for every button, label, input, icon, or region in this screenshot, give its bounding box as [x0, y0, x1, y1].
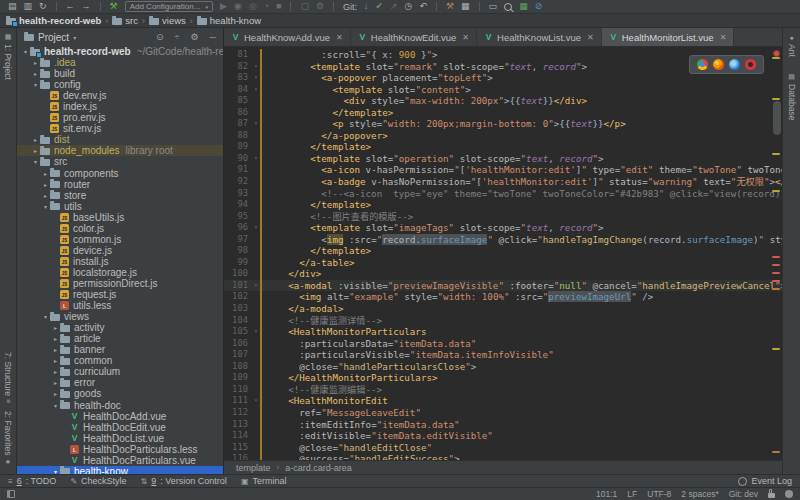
expand-arrow-icon[interactable]: ▾ [31, 158, 40, 165]
status-line-separator[interactable]: LF [627, 489, 637, 499]
tab-HealthKnowAdd.vue[interactable]: VHealthKnowAdd.vue✕ [224, 28, 351, 46]
stripe-mark[interactable] [772, 190, 780, 192]
status-encoding[interactable]: UTF-8 [647, 489, 671, 499]
tree-item-.idea[interactable]: ▸.idea [17, 57, 223, 68]
code-line-86[interactable]: 86 </template> [224, 107, 782, 119]
tree-item-HealthDocEdit.vue[interactable]: VHealthDocEdit.vue [17, 422, 223, 433]
tree-item-utils[interactable]: ▾utils [17, 201, 223, 212]
project-panel-title[interactable]: Project [38, 32, 69, 43]
wrench-button[interactable]: ⚒ [446, 2, 454, 11]
code-line-92[interactable]: 92 <a-badge v-hasNoPermission="['healthM… [224, 176, 782, 188]
chrome-browser-icon[interactable] [697, 59, 708, 70]
breadcrumb-item-health-record-web[interactable]: health-record-web [6, 15, 101, 26]
stripe-button----project[interactable]: ▦1: Project [3, 33, 13, 80]
code-line-87[interactable]: 87▾ <p style="width: 200px;margin-bottom… [224, 118, 782, 130]
stripe-button-ant[interactable]: ●Ant [787, 34, 797, 57]
monitor-button[interactable]: ▭ [489, 2, 498, 11]
diff-button[interactable]: ▢ [300, 2, 309, 11]
tree-item-HealthDocList.vue[interactable]: VHealthDocList.vue [17, 433, 223, 444]
tree-item-error[interactable]: ▸error [17, 377, 223, 388]
settings-button[interactable]: ⚙ [191, 32, 199, 42]
back-button[interactable]: ← [66, 2, 75, 11]
tree-item-pro.env.js[interactable]: JSpro.env.js [17, 112, 223, 123]
editor-scrollbar-thumb[interactable] [773, 101, 781, 135]
tree-item-HealthDocParticulars.less[interactable]: LHealthDocParticulars.less [17, 444, 223, 455]
fold-marker-icon[interactable]: ▾ [252, 153, 260, 165]
stripe-button----structure[interactable]: 7: Structure≡ [3, 352, 13, 403]
tree-item-components[interactable]: ▸components [17, 168, 223, 179]
opera-browser-icon[interactable] [745, 59, 756, 70]
tree-item-dist[interactable]: ▸dist [17, 134, 223, 145]
expand-arrow-icon[interactable]: ▸ [31, 70, 40, 77]
stripe-mark[interactable] [772, 256, 780, 258]
tree-item-views[interactable]: ▾views [17, 311, 223, 322]
tree-item-article[interactable]: ▸article [17, 333, 223, 344]
code-line-101[interactable]: 101▾ <a-modal :visible="previewImageVisi… [224, 280, 782, 292]
code-line-116[interactable]: 116 @success="handleEditSuccess"> [224, 453, 782, 460]
tree-item-dev.env.js[interactable]: JSdev.env.js [17, 90, 223, 101]
code-line-100[interactable]: 100 </div> [224, 268, 782, 280]
code-line-112[interactable]: 112 ref="MessageLeaveEdit" [224, 407, 782, 419]
expand-arrow-icon[interactable]: ▸ [51, 324, 60, 331]
fold-marker-icon[interactable]: ▾ [252, 61, 260, 73]
tree-item-router[interactable]: ▸router [17, 179, 223, 190]
expand-arrow-icon[interactable]: ▸ [41, 181, 50, 188]
profiler-button[interactable]: ◔ [264, 2, 269, 11]
stripe-button-database[interactable]: ▤Database [787, 73, 797, 120]
stripe-button----favorites[interactable]: 2: Favorites★ [3, 411, 13, 466]
power-save-button[interactable]: ⊘ [535, 2, 543, 11]
code-line-105[interactable]: 105▾ <HealthMonitorParticulars [224, 326, 782, 338]
status-git-branch[interactable]: Git: dev [729, 489, 758, 499]
expand-arrow-icon[interactable]: ▸ [51, 390, 60, 397]
expand-arrow-icon[interactable]: ▸ [51, 346, 60, 353]
lock-icon[interactable] [768, 493, 775, 498]
status-indent[interactable]: 2 spaces* [681, 489, 718, 499]
tree-item-src[interactable]: ▾src [17, 156, 223, 167]
code-line-99[interactable]: 99 </a-table> [224, 257, 782, 269]
expand-arrow-icon[interactable]: ▸ [41, 192, 50, 199]
tree-item-activity[interactable]: ▸activity [17, 322, 223, 333]
tree-item-color.js[interactable]: JScolor.js [17, 223, 223, 234]
code-line-107[interactable]: 107 :particularsVisible="itemData.itemIn… [224, 349, 782, 361]
fold-marker-icon[interactable]: ▾ [252, 280, 260, 292]
tree-item-store[interactable]: ▸store [17, 190, 223, 201]
tree-item-install.js[interactable]: JSinstall.js [17, 256, 223, 267]
stripe-mark[interactable] [772, 280, 780, 282]
tree-item-build[interactable]: ▸build [17, 68, 223, 79]
tree-item-sit.env.js[interactable]: JSsit.env.js [17, 123, 223, 134]
preferences-button[interactable]: ⚙ [316, 2, 324, 11]
toolwindow-todo-button[interactable]: ≡6: TODO [8, 476, 56, 486]
stripe-mark[interactable] [772, 153, 780, 155]
code-line-109[interactable]: 109 </HealthMonitorParticulars> [224, 372, 782, 384]
git-commit-button[interactable]: ✔ [376, 2, 384, 11]
code-line-110[interactable]: 110 <!--健康监测编辑--> [224, 384, 782, 396]
tree-item-health-doc[interactable]: ▾health-doc [17, 400, 223, 411]
synchronize-button[interactable]: ↻ [39, 2, 47, 11]
edge-browser-icon[interactable] [729, 59, 740, 70]
rollback-button[interactable]: ↶ [419, 2, 427, 11]
tree-item-health-record-web[interactable]: ▾health-record-web~/GitCode/health-recor… [17, 46, 223, 57]
expand-arrow-icon[interactable]: ▸ [31, 59, 40, 66]
expand-arrow-icon[interactable]: ▸ [51, 357, 60, 364]
code-line-88[interactable]: 88 </a-popover> [224, 130, 782, 142]
forward-button[interactable]: → [82, 2, 91, 11]
toolwindow-toggle-icon[interactable] [7, 490, 15, 498]
stripe-mark[interactable] [772, 98, 780, 100]
fold-marker-icon[interactable]: ▾ [252, 118, 260, 130]
chevron-down-icon[interactable]: ▾ [73, 34, 76, 41]
close-icon[interactable]: ✕ [720, 33, 727, 42]
tree-item-health-know[interactable]: ▾health-know [17, 466, 223, 474]
tree-item-HealthDocParticulars.vue[interactable]: VHealthDocParticulars.vue [17, 455, 223, 466]
editor-breadcrumb-item[interactable]: a-card.card-area [285, 463, 352, 473]
status-caret-position[interactable]: 101:1 [596, 489, 617, 499]
code-line-98[interactable]: 98 </template> [224, 245, 782, 257]
code-line-115[interactable]: 115 @close="handleEditClose" [224, 442, 782, 454]
fold-marker-icon[interactable]: ▾ [252, 326, 260, 338]
debug-button[interactable]: ◉ [234, 2, 242, 11]
code-line-89[interactable]: 89 </template> [224, 141, 782, 153]
run-coverage-button[interactable]: ◎ [249, 2, 257, 11]
git-update-button[interactable]: ↓ [364, 2, 369, 11]
close-icon[interactable]: ✕ [587, 33, 594, 42]
toolwindow-checkstyle-button[interactable]: ✎CheckStyle [70, 476, 126, 486]
fold-marker-icon[interactable]: ▾ [252, 395, 260, 407]
